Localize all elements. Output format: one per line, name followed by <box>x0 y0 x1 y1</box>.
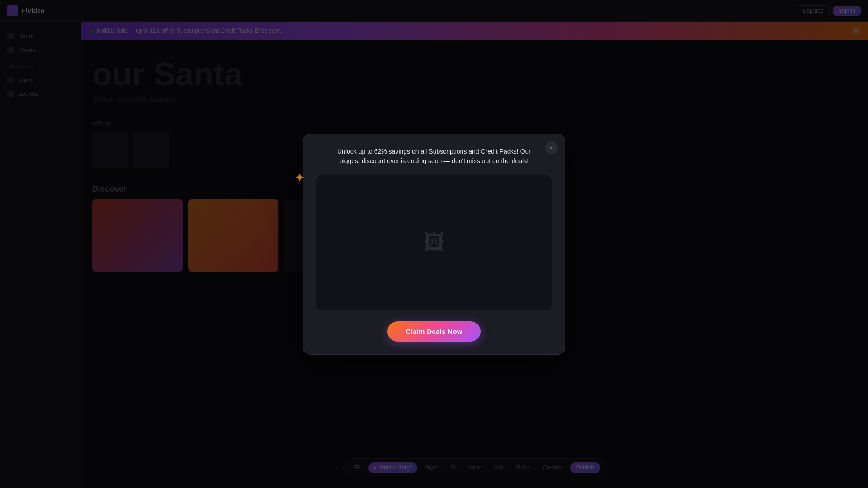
modal-close-button[interactable]: × <box>545 141 557 154</box>
modal-overlay[interactable]: ✦ × Unlock up to 62% savings on all Subs… <box>0 0 868 488</box>
modal-dialog: ✦ × Unlock up to 62% savings on all Subs… <box>303 134 565 355</box>
modal-image-box: 🖼 <box>316 175 552 310</box>
modal-cta-area: Claim Deals Now <box>316 321 552 342</box>
modal-headline: Unlock up to 62% savings on all Subscrip… <box>316 147 552 166</box>
claim-deals-button[interactable]: Claim Deals Now <box>387 321 480 342</box>
modal-image-placeholder-icon: 🖼 <box>423 230 445 255</box>
star-decoration-icon: ✦ <box>294 170 305 185</box>
